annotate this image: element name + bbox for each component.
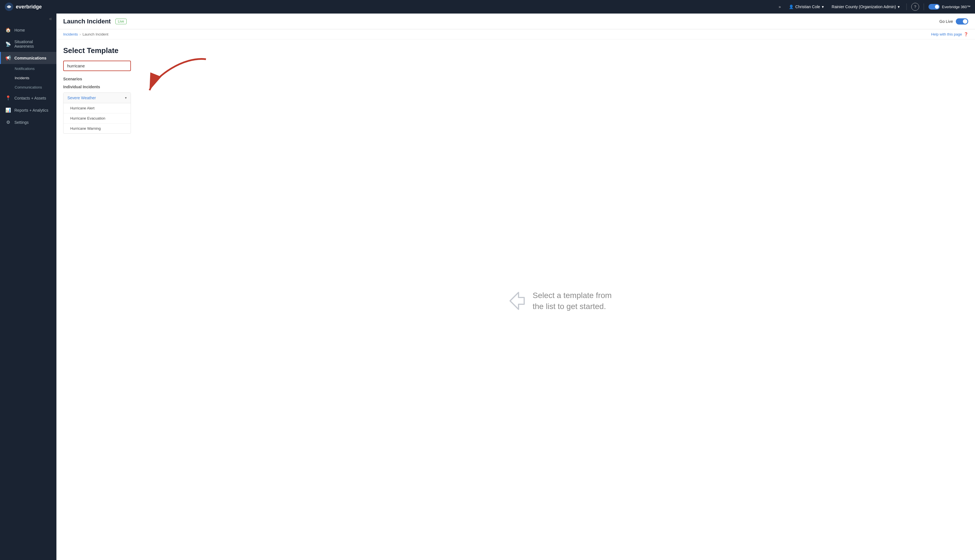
page-body: Select Template Scenarios Individual Inc… <box>57 40 975 560</box>
chart-icon: 📊 <box>5 107 11 113</box>
template-category-chevron-icon: ▾ <box>125 96 127 100</box>
sidebar-item-settings[interactable]: ⚙ Settings <box>0 116 57 128</box>
help-page-link[interactable]: Help with this page ❓ <box>931 32 968 37</box>
user-name: Christian Cole <box>795 5 820 9</box>
sidebar-sub-item-communications[interactable]: Communications <box>0 83 57 92</box>
home-icon: 🏠 <box>5 27 11 33</box>
svg-marker-2 <box>510 292 524 309</box>
breadcrumb-separator: › <box>80 32 81 37</box>
user-chevron-icon: ▾ <box>822 5 824 9</box>
go-live-label: Go Live <box>940 19 953 24</box>
sidebar-item-reports-analytics-label: Reports + Analytics <box>14 108 48 113</box>
placeholder-arrow-icon <box>504 290 527 312</box>
sidebar-item-contacts-assets[interactable]: 📍 Contacts + Assets <box>0 92 57 104</box>
help-button[interactable]: ? <box>911 3 919 11</box>
select-template-title: Select Template <box>63 46 968 55</box>
logo-text: everbridge <box>16 4 42 10</box>
logo-area: everbridge <box>5 2 42 11</box>
user-menu-button[interactable]: 👤 Christian Cole ▾ <box>786 3 826 11</box>
help-icon: ? <box>914 5 916 9</box>
template-item-hurricane-warning[interactable]: Hurricane Warning <box>63 123 130 133</box>
sidebar: « 🏠 Home 📡 Situational Awareness 📢 Commu… <box>0 13 57 560</box>
gear-icon: ⚙ <box>5 120 11 125</box>
org-name: Rainier County (Organization Admin) <box>832 5 896 9</box>
sidebar-item-home-label: Home <box>14 28 25 32</box>
go-live-toggle[interactable] <box>956 18 968 25</box>
page-title: Launch Incident <box>63 18 111 25</box>
sidebar-sub-item-incidents[interactable]: Incidents <box>0 73 57 83</box>
everbridge-logo-icon <box>5 2 13 11</box>
radar-icon: 📡 <box>5 42 11 47</box>
sidebar-sub-item-notifications[interactable]: Notifications <box>0 64 57 73</box>
sidebar-sub-incidents-label: Incidents <box>15 76 29 80</box>
location-pin-icon: 📍 <box>5 95 11 101</box>
everbridge360-toggle-area: Everbridge 360™ <box>928 4 970 10</box>
individual-incidents-label: Individual Incidents <box>63 85 968 89</box>
collapse-icon: » <box>779 5 781 9</box>
template-category-name: Severe Weather <box>67 96 96 100</box>
sidebar-item-reports-analytics[interactable]: 📊 Reports + Analytics <box>0 104 57 116</box>
sidebar-item-home[interactable]: 🏠 Home <box>0 24 57 36</box>
user-icon: 👤 <box>789 5 794 9</box>
template-item-hurricane-evacuation[interactable]: Hurricane Evacuation <box>63 113 130 123</box>
template-search-input[interactable] <box>63 61 131 71</box>
template-category-severe-weather[interactable]: Severe Weather ▾ <box>63 93 130 103</box>
sidebar-item-settings-label: Settings <box>14 120 29 125</box>
sidebar-collapse-button[interactable]: « <box>0 13 57 24</box>
page-header-bar: Launch Incident Live Go Live <box>57 13 975 29</box>
sidebar-sub-communications-label: Communications <box>15 85 42 89</box>
go-live-area: Go Live <box>940 18 968 25</box>
top-nav: everbridge » 👤 Christian Cole ▾ Rainier … <box>0 0 975 13</box>
breadcrumb-current: Launch Incident <box>82 32 109 37</box>
sidebar-item-communications-label: Communications <box>14 56 47 60</box>
template-list: Severe Weather ▾ Hurricane Alert Hurrica… <box>63 92 131 134</box>
placeholder-text: Select a template from the list to get s… <box>533 290 617 312</box>
live-badge: Live <box>115 18 127 24</box>
help-circle-icon: ❓ <box>964 32 968 37</box>
nav-separator-1 <box>907 3 907 10</box>
org-chevron-icon: ▾ <box>898 5 900 9</box>
sidebar-sub-notifications-label: Notifications <box>15 67 35 71</box>
breadcrumb-bar: Incidents › Launch Incident Help with th… <box>57 29 975 40</box>
help-page-label: Help with this page <box>931 32 962 37</box>
everbridge360-toggle[interactable] <box>928 4 940 10</box>
template-item-hurricane-alert[interactable]: Hurricane Alert <box>63 103 130 113</box>
sidebar-item-situational-awareness[interactable]: 📡 Situational Awareness <box>0 36 57 52</box>
layout: « 🏠 Home 📡 Situational Awareness 📢 Commu… <box>0 13 975 560</box>
collapse-button[interactable]: » <box>776 3 783 11</box>
megaphone-icon: 📢 <box>5 55 11 61</box>
everbridge360-label: Everbridge 360™ <box>942 5 970 9</box>
scenarios-label: Scenarios <box>63 77 968 81</box>
placeholder-area: Select a template from the list to get s… <box>504 290 617 312</box>
org-menu-button[interactable]: Rainier County (Organization Admin) ▾ <box>830 3 902 11</box>
sidebar-item-communications[interactable]: 📢 Communications <box>0 52 57 64</box>
sidebar-item-contacts-assets-label: Contacts + Assets <box>14 96 46 100</box>
main-content: Launch Incident Live Go Live Incidents ›… <box>57 13 975 560</box>
breadcrumb-incidents-link[interactable]: Incidents <box>63 32 78 37</box>
sidebar-item-situational-awareness-label: Situational Awareness <box>14 40 52 48</box>
